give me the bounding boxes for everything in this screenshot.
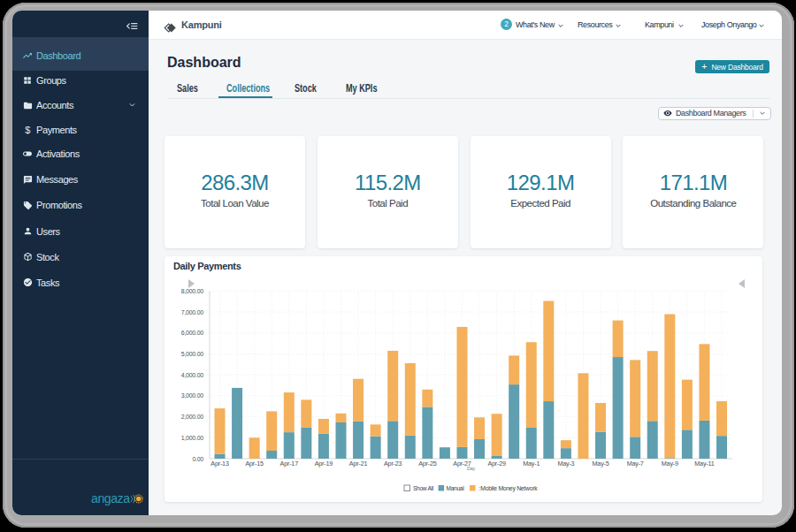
svg-text:Apr-23: Apr-23 — [384, 460, 402, 467]
svg-text:May-1: May-1 — [523, 460, 540, 467]
svg-text:May-9: May-9 — [662, 460, 678, 467]
svg-text:Apr-29: Apr-29 — [487, 460, 506, 467]
svg-text:4,000.00: 4,000.00 — [181, 372, 204, 378]
svg-text:0.00: 0.00 — [192, 456, 203, 462]
svg-text:Apr-15: Apr-15 — [245, 460, 264, 467]
svg-text:8,000.00: 8,000.00 — [181, 288, 204, 294]
svg-text:3,000.00: 3,000.00 — [181, 392, 204, 399]
svg-text:Apr-17: Apr-17 — [280, 460, 299, 467]
svg-text:Apr-21: Apr-21 — [349, 460, 368, 467]
svg-text:Apr-19: Apr-19 — [315, 460, 333, 467]
svg-text:Day: Day — [467, 466, 475, 471]
svg-text:Show All: Show All — [413, 485, 434, 491]
svg-text:May-3: May-3 — [557, 460, 574, 467]
svg-text::Mobile Money Network: :Mobile Money Network — [479, 485, 539, 492]
svg-text:7,000.00: 7,000.00 — [181, 309, 204, 315]
svg-text:2,000.00: 2,000.00 — [181, 414, 204, 420]
svg-text:Apr-13: Apr-13 — [210, 460, 229, 467]
svg-text:May-11: May-11 — [694, 460, 714, 467]
svg-text:Manual: Manual — [447, 485, 465, 491]
svg-text:May-7: May-7 — [627, 460, 644, 467]
svg-text:5,000.00: 5,000.00 — [181, 351, 204, 357]
svg-text:1,000.00: 1,000.00 — [181, 435, 204, 441]
svg-text:6,000.00: 6,000.00 — [181, 330, 204, 336]
svg-text:Apr-25: Apr-25 — [418, 460, 437, 467]
svg-text:May-5: May-5 — [593, 460, 609, 467]
